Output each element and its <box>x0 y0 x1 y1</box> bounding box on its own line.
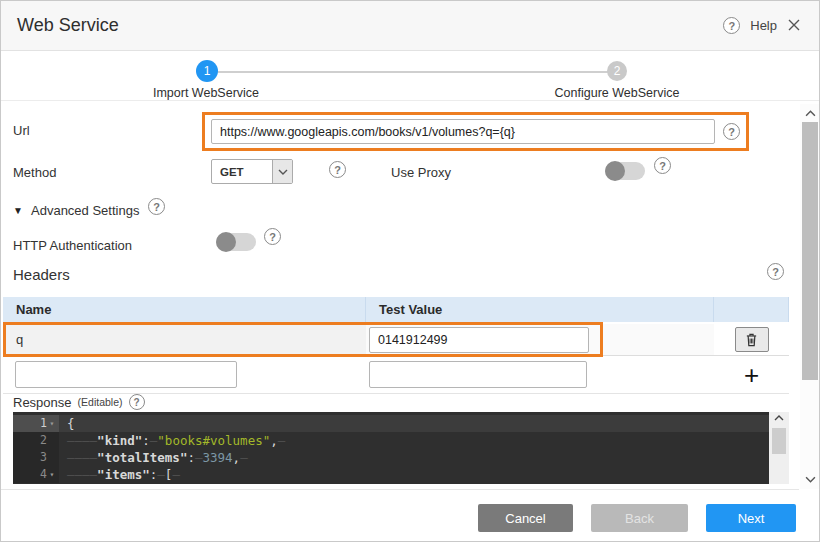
close-icon[interactable] <box>787 18 803 34</box>
code-line[interactable]: 4▾————"items":—[— <box>13 466 789 483</box>
url-highlight-box: ? <box>202 112 749 151</box>
column-header-actions <box>714 297 789 322</box>
response-code-editor[interactable]: 1▾{2————"kind":—"books#volumes",—3————"t… <box>13 412 789 484</box>
headers-table: Name Test Value q <box>3 297 789 394</box>
headers-help-icon[interactable]: ? <box>767 263 784 280</box>
column-header-name: Name <box>3 297 366 322</box>
dialog-title: Web Service <box>17 15 119 36</box>
step-2-label: Configure WebService <box>537 86 697 100</box>
http-auth-toggle[interactable] <box>216 233 256 251</box>
code-lines: 1▾{2————"kind":—"books#volumes",—3————"t… <box>13 415 789 483</box>
scroll-up-icon[interactable] <box>769 415 789 421</box>
line-number: 2 <box>40 432 47 449</box>
advanced-settings-label[interactable]: Advanced Settings <box>31 203 139 218</box>
advanced-settings-caret-icon[interactable]: ▼ <box>13 205 23 216</box>
advanced-settings-help-icon[interactable]: ? <box>148 198 165 215</box>
method-help-icon[interactable]: ? <box>329 161 346 178</box>
add-row-button[interactable]: + <box>744 365 759 385</box>
dialog-header: Web Service ? Help <box>1 1 819 51</box>
editor-scrollbar[interactable] <box>769 412 789 484</box>
cancel-button[interactable]: Cancel <box>478 504 573 532</box>
url-label: Url <box>13 123 30 138</box>
url-input[interactable] <box>211 119 715 144</box>
column-header-test-value: Test Value <box>366 297 714 322</box>
response-help-icon[interactable]: ? <box>129 394 145 410</box>
code-text: ————"items":—[— <box>59 466 180 483</box>
code-line[interactable]: 1▾{ <box>13 415 789 432</box>
next-button[interactable]: Next <box>706 504 796 532</box>
new-name-cell <box>3 361 366 388</box>
back-button[interactable]: Back <box>591 504 688 532</box>
code-line[interactable]: 2————"kind":—"books#volumes",— <box>13 432 789 449</box>
table-row: q <box>3 324 789 356</box>
method-selected-value: GET <box>212 160 272 183</box>
new-value-cell <box>366 361 714 388</box>
new-header-value-input[interactable] <box>369 361 587 388</box>
scroll-down-icon[interactable] <box>800 476 820 483</box>
http-auth-label: HTTP Authentication <box>13 238 132 253</box>
stepper: 1 2 Import WebService Configure WebServi… <box>1 51 819 101</box>
new-row-actions-cell: + <box>714 365 789 385</box>
line-number: 3 <box>40 449 47 466</box>
step-1-circle[interactable]: 1 <box>196 60 218 82</box>
content-scrollbar[interactable] <box>800 104 820 489</box>
method-label: Method <box>13 165 56 180</box>
table-new-row: + <box>3 356 789 394</box>
response-label: Response <box>13 395 72 410</box>
code-text: ————"kind":—"books#volumes",— <box>59 432 285 449</box>
row-actions-cell <box>714 324 789 355</box>
test-value-input[interactable] <box>369 327 589 353</box>
http-auth-help-icon[interactable]: ? <box>264 228 281 245</box>
headers-section-title: Headers <box>13 266 70 283</box>
line-number: 1 <box>40 415 47 432</box>
code-line[interactable]: 3————"totalItems":—3394,— <box>13 449 789 466</box>
scroll-up-icon[interactable] <box>800 110 820 117</box>
fold-icon[interactable]: ▾ <box>47 415 57 432</box>
step-2-circle[interactable]: 2 <box>607 61 627 81</box>
content-scrollbar-thumb[interactable] <box>802 122 818 380</box>
new-header-name-input[interactable] <box>15 361 237 388</box>
delete-row-button[interactable] <box>735 327 769 352</box>
url-help-icon[interactable]: ? <box>723 123 740 140</box>
response-label-row: Response (Editable) ? <box>13 394 145 410</box>
help-link[interactable]: Help <box>750 18 777 33</box>
line-number: 4 <box>40 466 47 483</box>
use-proxy-toggle[interactable] <box>605 162 645 180</box>
web-service-dialog: Web Service ? Help 1 2 Import WebService… <box>0 0 820 542</box>
step-1-label: Import WebService <box>131 86 281 100</box>
toggle-knob <box>216 232 236 252</box>
header-name-cell[interactable]: q <box>3 324 366 355</box>
code-text: ————"totalItems":—3394,— <box>59 449 248 466</box>
chevron-down-icon[interactable] <box>272 160 292 183</box>
method-select[interactable]: GET <box>211 159 293 184</box>
use-proxy-help-icon[interactable]: ? <box>654 157 671 174</box>
editor-scrollbar-thumb[interactable] <box>772 428 786 454</box>
toggle-knob <box>605 161 625 181</box>
response-editable-hint: (Editable) <box>78 396 123 408</box>
help-icon[interactable]: ? <box>723 17 740 34</box>
fold-icon[interactable]: ▾ <box>47 466 57 483</box>
header-value-cell <box>366 324 714 355</box>
code-text: { <box>59 415 75 432</box>
use-proxy-label: Use Proxy <box>391 165 451 180</box>
table-header-row: Name Test Value <box>3 297 789 322</box>
trash-icon <box>745 332 758 347</box>
stepper-connector <box>218 71 608 73</box>
dialog-content: Url ? Method GET ? Use Proxy ? ▼ Advance… <box>1 101 799 490</box>
